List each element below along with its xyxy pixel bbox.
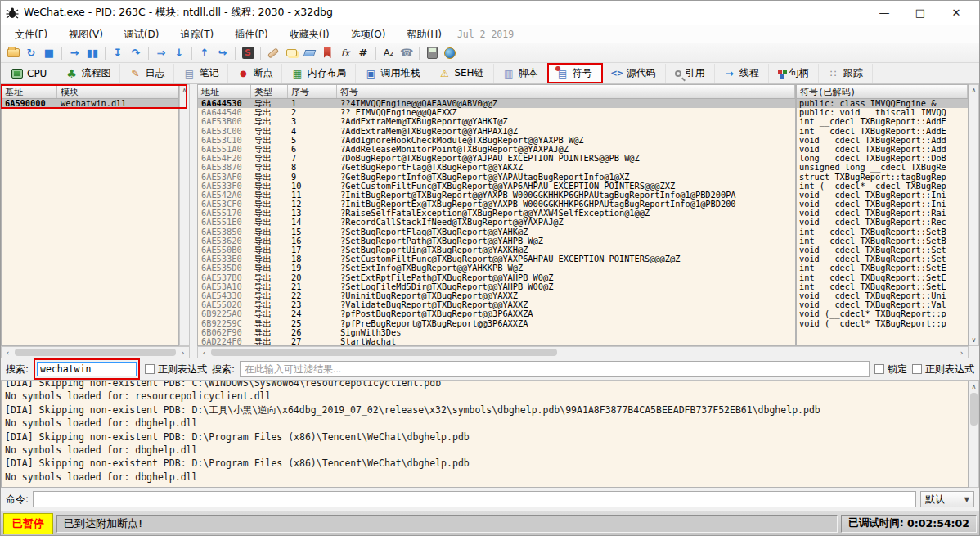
symbol-row[interactable]: 6AE53C10导出5?AddIgnoreHookCheckModule@TXB… bbox=[198, 136, 795, 145]
menu-item-选[interactable]: 选项(O) bbox=[340, 26, 397, 43]
tab-日志[interactable]: ✎日志 bbox=[120, 64, 174, 83]
tab-SEH链[interactable]: ⚠SEH链 bbox=[429, 64, 493, 83]
tab-脚本[interactable]: ▥脚本 bbox=[494, 64, 548, 83]
decoded-row[interactable]: void __cdecl TXBugReport::Uni bbox=[797, 291, 968, 300]
menu-item-追[interactable]: 追踪(T) bbox=[169, 26, 224, 43]
labels-icon[interactable] bbox=[301, 45, 317, 61]
symbols-header[interactable]: 地址 类型 序号 符号 bbox=[198, 85, 795, 99]
seh-settings-icon[interactable]: S bbox=[240, 45, 256, 61]
execute-till-return-icon[interactable]: ⇒ bbox=[153, 45, 169, 61]
menu-item-视[interactable]: 视图(V) bbox=[58, 26, 114, 43]
regex2-checkbox[interactable] bbox=[912, 364, 922, 374]
column-base-address[interactable]: 基址 bbox=[2, 85, 57, 98]
hash-icon[interactable]: # bbox=[355, 45, 371, 61]
decoded-row[interactable]: void __cdecl TXBugReport::Rai bbox=[797, 209, 968, 218]
tab-跟踪[interactable]: ∷跟踪 bbox=[819, 64, 873, 83]
column-type[interactable]: 类型 bbox=[251, 85, 288, 98]
decoded-row[interactable]: int __cdecl TXBugReport::SetB bbox=[797, 227, 968, 236]
symbol-row[interactable]: 6AE535D0导出19?SetExtInfo@TXBugReport@@YAH… bbox=[198, 263, 795, 273]
modified-calls-icon[interactable]: ☎ bbox=[398, 45, 415, 61]
symbol-row[interactable]: 6B9225A0导出24?pfPostBugReport@TXBugReport… bbox=[198, 309, 795, 318]
decoded-row[interactable]: struct TXBugReport::tagBugRep bbox=[797, 173, 968, 182]
symbol-row[interactable]: 6AE533F0导出10?GetCustomFiltFunc@TXBugRepo… bbox=[198, 182, 795, 191]
column-decoded-symbol[interactable]: 符号(已解码) bbox=[797, 85, 968, 98]
decoded-row[interactable]: unsigned long __cdecl TXBugRe bbox=[797, 163, 968, 172]
decoded-row[interactable]: void __cdecl TXBugReport::Add bbox=[797, 145, 968, 154]
restart-icon[interactable]: ↻ bbox=[23, 45, 39, 61]
panel-splitter[interactable] bbox=[190, 84, 197, 346]
patch-icon[interactable] bbox=[265, 45, 281, 61]
decoded-row[interactable]: int __cdecl TXBugReport::SetL bbox=[797, 282, 968, 291]
modules-vscrollbar[interactable]: ∧ bbox=[179, 84, 190, 346]
run-icon[interactable]: → bbox=[66, 45, 83, 61]
run-to-user-code-icon[interactable]: ↑ bbox=[196, 45, 213, 61]
modules-hscrollbar[interactable]: ‹ › bbox=[1, 346, 190, 358]
symbol-row[interactable]: 6B062F90导出26SignWith3Des bbox=[198, 328, 795, 337]
decoded-row[interactable]: void __cdecl TXBugReport::Val bbox=[797, 300, 968, 309]
symbol-row[interactable]: 6AE551A0导出6?AddReleaseMonitorPoint@TXBug… bbox=[198, 145, 795, 154]
decoded-row[interactable]: public: class IMVQQEngine & _ bbox=[797, 99, 968, 108]
symbol-row[interactable]: 6AE54330导出22?UninitBugReport@TXBugReport… bbox=[198, 291, 795, 300]
ascii-table-icon[interactable]: A₂ bbox=[380, 45, 397, 61]
symbol-row[interactable]: 6AE533E0导出18?SetCustomFiltFunc@TXBugRepo… bbox=[198, 254, 795, 263]
regex2-checkbox-label[interactable]: 正则表达式 bbox=[912, 363, 974, 376]
decoded-header[interactable]: 符号(已解码) bbox=[797, 85, 968, 99]
scroll-left-icon[interactable]: ‹ bbox=[198, 347, 210, 358]
symbol-row[interactable]: 6B92259C导出25?pfPreBugReport@TXBugReport@… bbox=[198, 319, 795, 328]
menu-item-帮[interactable]: 帮助(H) bbox=[396, 26, 452, 43]
decoded-row[interactable]: void (__cdecl* TXBugReport::p bbox=[797, 319, 968, 328]
scroll-thumb[interactable] bbox=[970, 393, 978, 426]
decoded-row[interactable]: int (__cdecl*__cdecl TXBugRep bbox=[797, 182, 968, 191]
tab-内存布局[interactable]: ▦内存布局 bbox=[282, 64, 356, 83]
scroll-up-icon[interactable]: ∧ bbox=[969, 381, 978, 392]
profile-dropdown[interactable]: 默认 ▼ bbox=[920, 491, 974, 507]
symbol-row[interactable]: 6AE53870导出8?GetBugReportFlag@TXBugReport… bbox=[198, 163, 795, 172]
regex-checkbox[interactable] bbox=[145, 364, 155, 374]
tab-CPU[interactable]: CPU bbox=[2, 65, 56, 82]
tab-笔记[interactable]: ▤笔记 bbox=[174, 64, 228, 83]
menu-item-调[interactable]: 调试(D) bbox=[114, 26, 170, 43]
decoded-row[interactable]: long __cdecl TXBugReport::DoB bbox=[797, 154, 968, 163]
tab-线程[interactable]: →线程 bbox=[715, 64, 769, 83]
symbol-row[interactable]: 6AE55020导出23?ValidateBugReport@TXBugRepo… bbox=[198, 300, 795, 309]
decoded-row[interactable]: public: void __thiscall IMVQQ bbox=[797, 108, 968, 117]
symbol-row[interactable]: 6AE53B00导出3?AddExtraMem@TXBugReport@@YAH… bbox=[198, 117, 795, 126]
decoded-row[interactable]: void __cdecl TXBugReport::Add bbox=[797, 136, 968, 145]
symbol-row[interactable]: 6AE53C00导出4?AddExtraMem@TXBugReport@@YAH… bbox=[198, 127, 795, 136]
filter-input[interactable] bbox=[240, 361, 870, 377]
lock-checkbox-label[interactable]: 锁定 bbox=[874, 363, 907, 376]
functions-icon[interactable]: fx bbox=[337, 45, 353, 61]
symbol-row[interactable]: 6AE53CF0导出12?InitBugReportEx@TXBugReport… bbox=[198, 200, 795, 209]
symbol-row[interactable]: 6AE53620导出16?SetBugReportPath@TXBugRepor… bbox=[198, 236, 795, 245]
column-symbol[interactable]: 符号 bbox=[337, 85, 795, 98]
decoded-row[interactable]: void __cdecl TXBugReport::Set bbox=[797, 245, 968, 254]
open-file-icon[interactable] bbox=[5, 45, 21, 61]
menu-item-插[interactable]: 插件(P) bbox=[224, 26, 279, 43]
attach-icon[interactable]: ↪ bbox=[214, 45, 231, 61]
decoded-row[interactable]: void __cdecl TXBugReport::Ini bbox=[797, 191, 968, 200]
command-input[interactable] bbox=[33, 491, 916, 507]
modules-header[interactable]: 基址 模块 bbox=[2, 85, 178, 99]
decoded-row[interactable]: void __cdecl TXBugReport::Set bbox=[797, 254, 968, 263]
scroll-right-icon[interactable]: › bbox=[955, 347, 968, 358]
calculator-icon[interactable] bbox=[424, 45, 440, 61]
decoded-row[interactable]: int __cdecl TXBugReport::AddE bbox=[797, 117, 968, 126]
module-row[interactable]: 6A590000 wechatwin.dll bbox=[2, 99, 178, 108]
decoded-row[interactable]: void __cdecl TXBugReport::Rec bbox=[797, 218, 968, 227]
symbol-row[interactable]: 6AE53A10导出21?SetLogFileMd5Dir@TXBugRepor… bbox=[198, 282, 795, 291]
step-out-icon[interactable]: ↓ bbox=[171, 45, 187, 61]
scroll-thumb[interactable] bbox=[211, 349, 557, 356]
decoded-row[interactable]: void (__cdecl* TXBugReport::p bbox=[797, 309, 968, 318]
regex-checkbox-label[interactable]: 正则表达式 bbox=[145, 363, 207, 376]
maximize-button[interactable]: □ bbox=[902, 2, 938, 25]
scroll-thumb[interactable] bbox=[15, 349, 176, 356]
step-into-icon[interactable]: ↧ bbox=[110, 45, 126, 61]
symbol-row[interactable]: 6AE53AF0导出9?GetBugReportInfo@TXBugReport… bbox=[198, 173, 795, 182]
column-address[interactable]: 地址 bbox=[198, 85, 251, 98]
symbols-hscrollbar[interactable]: ‹ › bbox=[197, 346, 969, 358]
column-ordinal[interactable]: 序号 bbox=[288, 85, 337, 98]
tab-调用堆栈[interactable]: ▣调用堆栈 bbox=[356, 64, 429, 83]
scroll-right-icon[interactable]: › bbox=[177, 347, 189, 358]
close-button[interactable]: ✕ bbox=[938, 2, 974, 25]
column-module[interactable]: 模块 bbox=[57, 85, 178, 98]
